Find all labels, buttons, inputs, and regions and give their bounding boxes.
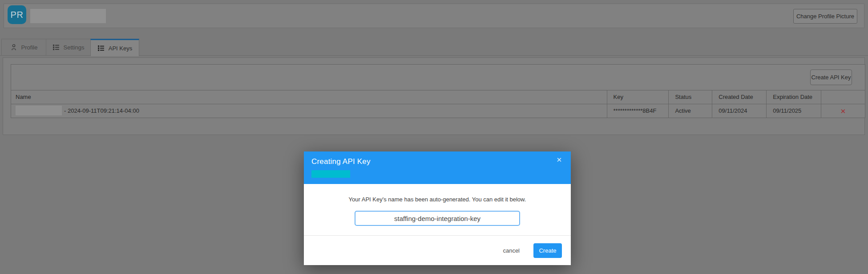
list-icon — [97, 45, 105, 52]
tab-profile[interactable]: Profile — [1, 39, 46, 55]
tab-settings[interactable]: Settings — [46, 39, 90, 55]
api-key-name-cell: - 2024-09-11T09:21:14-04:00 — [11, 104, 607, 118]
api-key-name-suffix: - 2024-09-11T09:21:14-04:00 — [64, 107, 139, 114]
create-button[interactable]: Create — [533, 243, 562, 258]
column-header-actions — [821, 90, 865, 104]
column-header-created: Created Date — [712, 90, 766, 104]
profile-tabs: Profile Settings API Keys — [0, 39, 868, 56]
person-icon — [10, 44, 17, 51]
api-key-name-input[interactable] — [355, 211, 520, 226]
dialog-title: Creating API Key — [311, 157, 371, 166]
tab-settings-label: Settings — [64, 44, 85, 51]
change-profile-picture-button[interactable]: Change Profile Picture — [793, 9, 857, 24]
dialog-message: Your API Key's name has been auto-genera… — [304, 196, 571, 203]
table-row: - 2024-09-11T09:21:14-04:00 ************… — [11, 104, 865, 118]
api-key-created-cell: 09/11/2024 — [712, 104, 766, 118]
api-key-actions-cell: ✕ — [821, 104, 865, 118]
api-keys-table: Create API Key Name Key Status Created D… — [11, 64, 865, 118]
api-key-status-cell: Active — [668, 104, 712, 118]
api-keys-panel: Create API Key Name Key Status Created D… — [3, 57, 865, 135]
close-icon[interactable]: ✕ — [554, 155, 564, 165]
redacted-profile-name — [30, 9, 106, 23]
api-key-expiration-cell: 09/11/2025 — [766, 104, 821, 118]
profile-header-bar: PR Change Profile Picture — [4, 4, 864, 28]
table-toolbar: Create API Key — [11, 65, 865, 90]
column-header-name: Name — [11, 90, 607, 104]
dialog-footer: cancel Create — [304, 235, 571, 265]
api-key-masked-cell: *************8B4F — [607, 104, 669, 118]
creating-api-key-dialog: Creating API Key ✕ Your API Key's name h… — [304, 151, 571, 265]
column-header-status: Status — [668, 90, 712, 104]
cancel-button[interactable]: cancel — [503, 247, 520, 254]
table-header-row: Name Key Status Created Date Expiration … — [11, 90, 865, 104]
tab-api-keys[interactable]: API Keys — [90, 39, 139, 56]
tab-api-keys-label: API Keys — [109, 45, 132, 52]
avatar: PR — [8, 5, 26, 24]
column-header-expiration: Expiration Date — [766, 90, 821, 104]
delete-icon[interactable]: ✕ — [840, 108, 846, 115]
redacted-key-name — [16, 106, 62, 115]
dialog-header: Creating API Key ✕ — [304, 151, 571, 184]
list-icon — [52, 44, 60, 51]
tab-profile-label: Profile — [21, 44, 38, 51]
column-header-key: Key — [607, 90, 669, 104]
redacted-dialog-subtitle — [311, 170, 350, 178]
create-api-key-button[interactable]: Create API Key — [810, 70, 852, 85]
